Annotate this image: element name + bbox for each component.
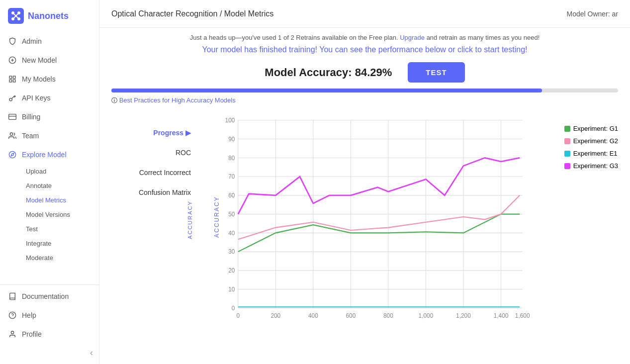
retrains-banner: Just a heads up—you've used 1 of 2 Retra… xyxy=(99,28,630,41)
content-area: Just a heads up—you've used 1 of 2 Retra… xyxy=(99,28,630,364)
sidebar-item-help[interactable]: Help xyxy=(0,306,99,325)
sidebar-bottom: Documentation Help Profile ‹ xyxy=(0,284,99,364)
sidebar-nav: Admin New Model My Models API Keys xyxy=(0,32,99,284)
sidebar-item-api-keys-label: API Keys xyxy=(22,94,51,102)
svg-text:1,200: 1,200 xyxy=(456,312,471,319)
y-axis-label: ACCURACY xyxy=(187,200,193,239)
sidebar-item-documentation[interactable]: Documentation xyxy=(0,287,99,306)
best-practices-section: ⓘ Best Practices for High Accuracy Model… xyxy=(99,94,630,109)
chart-nav-confusion-matrix[interactable]: Confusion Matrix xyxy=(139,188,191,196)
arrow-right-icon: ▶ xyxy=(185,129,191,137)
sub-nav-test[interactable]: Test xyxy=(22,222,99,236)
chart-nav-progress-label: Progress xyxy=(153,129,183,137)
sub-nav-model-metrics[interactable]: Model Metrics xyxy=(22,193,99,207)
svg-text:20: 20 xyxy=(228,267,235,274)
progress-bar-fill xyxy=(111,89,542,92)
sidebar-item-explore-model-label: Explore Model xyxy=(22,151,67,159)
svg-text:30: 30 xyxy=(228,248,235,255)
chart-nav-roc-label: ROC xyxy=(176,149,191,157)
sidebar-item-new-model[interactable]: New Model xyxy=(0,51,99,70)
training-complete-message: Your model has finished training! You ca… xyxy=(99,41,630,58)
svg-text:ACCURACY: ACCURACY xyxy=(213,196,220,238)
chart-legend: Experiment: G1 Experiment: G2 Experiment… xyxy=(564,125,618,170)
legend-g1-label: Experiment: G1 xyxy=(573,125,618,132)
key-icon xyxy=(8,93,17,102)
shield-icon xyxy=(8,37,17,46)
sidebar-item-my-models[interactable]: My Models xyxy=(0,70,99,89)
logo-text: Nanonets xyxy=(28,11,69,21)
svg-text:600: 600 xyxy=(346,312,356,319)
svg-rect-12 xyxy=(9,80,12,82)
svg-text:10: 10 xyxy=(228,286,235,293)
legend-g3: Experiment: G3 xyxy=(564,162,618,170)
help-circle-icon xyxy=(8,311,17,320)
logo[interactable]: Nanonets xyxy=(0,0,99,32)
sidebar-item-team-label: Team xyxy=(22,132,39,140)
svg-text:1,600: 1,600 xyxy=(515,312,530,319)
svg-text:50: 50 xyxy=(228,211,235,218)
legend-g2: Experiment: G2 xyxy=(564,137,618,145)
svg-marker-19 xyxy=(11,153,14,156)
chart-nav-progress[interactable]: Progress ▶ xyxy=(153,129,191,137)
progress-bar-container xyxy=(99,89,630,92)
legend-g1-dot xyxy=(564,126,570,132)
sidebar-item-profile-label: Profile xyxy=(22,330,42,338)
sub-nav-upload[interactable]: Upload xyxy=(22,164,99,179)
legend-g3-dot xyxy=(564,163,570,169)
sidebar-item-billing-label: Billing xyxy=(22,113,40,121)
test-button[interactable]: TEST xyxy=(408,62,464,83)
sidebar: Nanonets Admin New Model My Models xyxy=(0,0,99,364)
sidebar-item-explore-model[interactable]: Explore Model xyxy=(0,145,99,164)
sub-nav-moderate[interactable]: Moderate xyxy=(22,251,99,265)
main-content: Optical Character Recognition / Model Me… xyxy=(99,0,630,364)
chart-nav: Progress ▶ ROC Correct Incorrect Confusi… xyxy=(99,109,199,319)
plus-circle-icon xyxy=(8,56,17,65)
svg-text:0: 0 xyxy=(232,305,235,312)
credit-card-icon xyxy=(8,112,17,121)
svg-rect-11 xyxy=(13,76,15,79)
svg-text:800: 800 xyxy=(383,312,393,319)
users-icon xyxy=(8,131,17,140)
svg-text:200: 200 xyxy=(270,312,280,319)
sub-nav-model-versions[interactable]: Model Versions xyxy=(22,207,99,222)
sub-nav: Upload Annotate Model Metrics Model Vers… xyxy=(0,164,99,265)
svg-text:90: 90 xyxy=(228,136,235,143)
sidebar-item-api-keys[interactable]: API Keys xyxy=(0,89,99,107)
sidebar-item-profile[interactable]: Profile xyxy=(0,325,99,344)
svg-rect-10 xyxy=(9,76,12,79)
legend-e1: Experiment: E1 xyxy=(564,150,618,157)
svg-rect-13 xyxy=(13,80,15,82)
svg-rect-15 xyxy=(9,114,16,120)
sidebar-item-documentation-label: Documentation xyxy=(22,292,69,300)
banner-text-after: and retrain as many times as you need! xyxy=(427,34,540,41)
info-icon: ⓘ xyxy=(111,97,117,104)
svg-text:60: 60 xyxy=(228,192,235,199)
chart-svg: .tick-text { font-size: 11px; fill: #888… xyxy=(199,115,556,319)
svg-text:0: 0 xyxy=(237,312,240,319)
sidebar-item-team[interactable]: Team xyxy=(0,126,99,145)
legend-e1-dot xyxy=(564,151,570,157)
svg-text:80: 80 xyxy=(228,155,235,162)
progress-bar-background xyxy=(111,89,618,92)
sidebar-item-help-label: Help xyxy=(22,311,36,319)
upgrade-link[interactable]: Upgrade xyxy=(400,34,425,41)
compass-icon xyxy=(8,150,17,159)
chart-section: Progress ▶ ROC Correct Incorrect Confusi… xyxy=(99,109,630,319)
sidebar-item-admin[interactable]: Admin xyxy=(0,32,99,51)
svg-point-22 xyxy=(11,331,13,334)
chart-nav-confusion-matrix-label: Confusion Matrix xyxy=(139,188,191,196)
svg-text:1,000: 1,000 xyxy=(419,312,434,319)
sub-nav-integrate[interactable]: Integrate xyxy=(22,236,99,251)
sub-nav-annotate[interactable]: Annotate xyxy=(22,179,99,193)
best-practices-link[interactable]: Best Practices for High Accuracy Models xyxy=(119,96,236,104)
chart-line-g3 xyxy=(238,158,520,214)
grid-icon xyxy=(8,75,17,84)
model-accuracy: Model Accuracy: 84.29% xyxy=(265,66,392,79)
sidebar-item-billing[interactable]: Billing xyxy=(0,107,99,126)
svg-text:40: 40 xyxy=(228,230,235,237)
svg-text:100: 100 xyxy=(225,117,235,124)
topbar: Optical Character Recognition / Model Me… xyxy=(99,0,630,28)
sidebar-collapse-button[interactable]: ‹ xyxy=(0,344,99,362)
chart-nav-roc[interactable]: ROC xyxy=(176,149,191,157)
chart-nav-correct-incorrect[interactable]: Correct Incorrect xyxy=(139,169,191,177)
